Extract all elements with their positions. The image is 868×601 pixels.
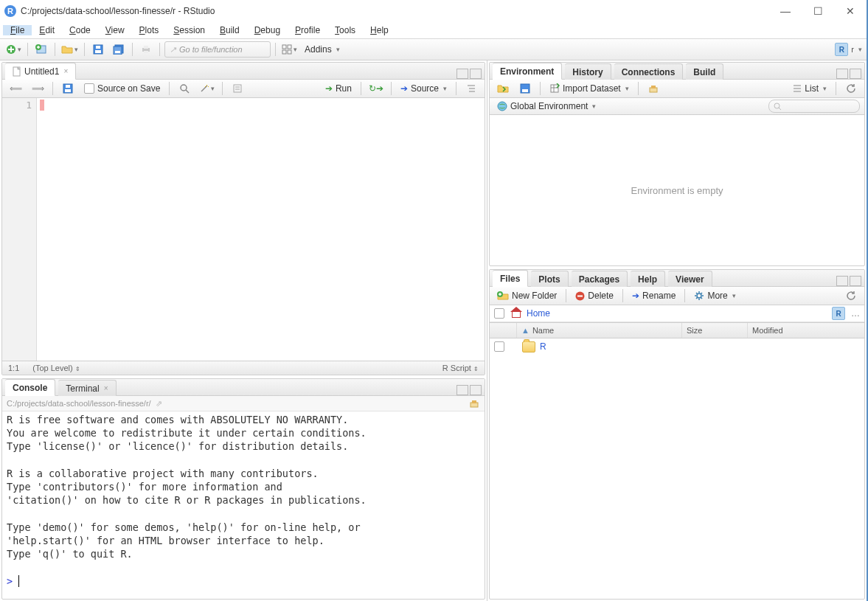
save-workspace-button[interactable] [516,81,534,96]
svg-rect-30 [472,400,476,403]
print-button[interactable] [137,42,155,57]
menu-profile[interactable]: Profile [288,25,327,35]
grid-button[interactable]: ▾ [280,42,299,57]
svg-rect-46 [577,295,583,296]
new-file-button[interactable]: ▾ [4,42,23,57]
run-button[interactable]: ➔Run [322,82,355,95]
tab-close-icon[interactable]: × [104,384,108,392]
source-on-save-checkbox[interactable]: Source on Save [81,82,163,95]
save-all-button[interactable] [110,42,128,57]
close-button[interactable]: ✕ [834,0,867,22]
rerun-button[interactable]: ↻➔ [367,81,385,96]
terminal-tab[interactable]: Terminal× [58,380,116,396]
clear-env-button[interactable] [645,81,662,96]
col-name[interactable]: ▲Name [517,323,682,338]
save-source-button[interactable] [59,81,77,96]
tab-connections[interactable]: Connections [614,63,684,80]
delete-button[interactable]: Delete [572,289,617,302]
file-row[interactable]: R [490,338,864,355]
menu-view[interactable]: View [98,25,132,35]
outline-toggle-button[interactable] [462,81,480,96]
menu-tools[interactable]: Tools [327,25,363,35]
select-all-checkbox[interactable] [494,308,504,319]
file-type[interactable]: R Script ⇕ [442,364,479,372]
import-icon [549,83,560,94]
refresh-files-button[interactable] [842,288,860,303]
menu-help[interactable]: Help [363,25,396,35]
tab-viewer[interactable]: Viewer [668,271,712,287]
console-output[interactable]: R is free software and comes with ABSOLU… [2,411,485,599]
console-prompt: > [7,575,18,587]
project-shortcut-icon[interactable]: R [832,307,845,320]
source-button[interactable]: ➔Source▾ [397,82,450,95]
tab-plots[interactable]: Plots [531,271,568,287]
svg-rect-33 [551,85,558,92]
clear-console-button[interactable] [468,398,480,409]
import-dataset-button[interactable]: Import Dataset▾ [546,82,632,95]
pane-window-controls [456,69,482,79]
open-file-button[interactable]: ▾ [60,42,80,57]
tab-help[interactable]: Help [631,271,665,287]
new-project-button[interactable] [32,42,50,57]
pane-maximize[interactable] [470,69,482,79]
pane-maximize[interactable] [470,385,482,395]
pane-minimize[interactable] [456,385,468,395]
menu-session[interactable]: Session [166,25,212,35]
pane-maximize[interactable] [850,276,861,286]
svg-rect-19 [66,85,70,88]
pane-minimize[interactable] [836,276,848,286]
env-scope-selector[interactable]: Global Environment▾ [494,100,599,113]
env-search-input[interactable] [768,100,860,113]
menu-debug[interactable]: Debug [247,25,288,35]
file-name[interactable]: R [540,341,546,352]
pane-minimize[interactable] [456,69,468,79]
menu-build[interactable]: Build [212,25,247,35]
svg-rect-8 [115,51,120,53]
tab-close-icon[interactable]: × [63,67,68,75]
wand-button[interactable]: ▾ [198,81,216,96]
pane-minimize[interactable] [836,69,848,79]
source-tab[interactable]: Untitled1 × [5,63,76,80]
save-button[interactable] [89,42,107,57]
scope-selector[interactable]: (Top Level) ⇕ [32,364,80,372]
rename-button[interactable]: ➔Rename [629,289,678,302]
console-path-bar: C:/projects/data-school/lesson-finesse/r… [2,396,485,411]
row-checkbox[interactable] [494,341,504,352]
new-folder-button[interactable]: New Folder [494,289,560,302]
menu-code[interactable]: Code [62,25,98,35]
tab-history[interactable]: History [565,63,611,80]
tab-environment[interactable]: Environment [493,63,562,80]
find-button[interactable] [176,81,193,96]
maximize-button[interactable]: ☐ [802,0,834,22]
goto-file-input[interactable]: ↗ Go to file/function [164,41,271,58]
more-button[interactable]: More▾ [691,289,738,302]
document-outline-button[interactable] [229,81,246,96]
pane-maximize[interactable] [850,69,861,79]
home-icon[interactable] [510,309,521,318]
tab-build[interactable]: Build [686,63,723,80]
refresh-env-button[interactable] [842,81,860,96]
menu-file[interactable]: File [3,25,32,35]
more-path-button[interactable]: … [851,308,860,319]
col-size[interactable]: Size [682,323,748,338]
code-area[interactable] [37,98,485,361]
view-mode-button[interactable]: List▾ [790,82,830,95]
tab-packages[interactable]: Packages [572,271,628,287]
col-modified[interactable]: Modified [748,323,864,338]
project-menu[interactable]: R r▾ [835,42,862,57]
console-tab[interactable]: Console [5,379,55,396]
back-button[interactable]: ⟸ [7,81,24,96]
home-link[interactable]: Home [527,308,550,319]
menu-edit[interactable]: Edit [32,25,62,35]
minimize-button[interactable]: — [769,0,802,22]
addins-button[interactable]: Addins▾ [302,43,343,56]
goto-placeholder: Go to file/function [179,45,243,54]
load-workspace-button[interactable] [494,81,512,96]
menu-plots[interactable]: Plots [132,25,167,35]
path-popup-icon[interactable]: ⇗ [156,399,162,409]
forward-button[interactable]: ⟹ [29,81,46,96]
svg-rect-12 [282,45,286,49]
tab-files[interactable]: Files [493,270,528,287]
editor[interactable]: 1 [2,98,485,361]
cursor [40,100,44,111]
